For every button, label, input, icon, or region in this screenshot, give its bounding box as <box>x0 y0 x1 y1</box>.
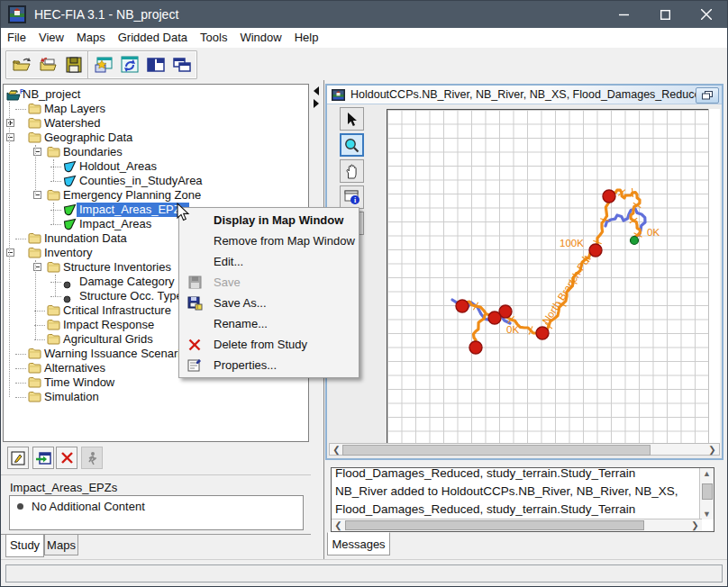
tree-label[interactable]: Time Window <box>44 375 114 390</box>
run-button <box>81 447 103 469</box>
context-item-edit-[interactable]: Edit... <box>179 251 359 272</box>
zoom-tool-button[interactable] <box>340 133 364 157</box>
info-tool-button[interactable]: i <box>340 185 364 209</box>
tree-label[interactable]: Counties_in_StudyArea <box>79 174 203 188</box>
scroll-up-icon[interactable]: ▲ <box>700 468 714 479</box>
menu-window[interactable]: Window <box>233 28 287 48</box>
tree-row-simulation[interactable]: Simulation <box>4 390 308 404</box>
collapse-left-icon[interactable] <box>314 86 319 95</box>
map-window-icon <box>332 89 345 101</box>
maximize-button[interactable] <box>644 1 686 28</box>
save-study-button[interactable] <box>61 53 86 77</box>
context-item-rename-[interactable]: Rename... <box>179 313 359 334</box>
open-study-button[interactable] <box>35 53 59 77</box>
tree-row-boundaries[interactable]: Boundaries <box>4 145 308 159</box>
minimize-button[interactable] <box>603 1 644 28</box>
tree-label[interactable]: Holdout_Areas <box>79 159 157 174</box>
messages-box[interactable]: Flood_Damages_Reduced, study_terrain.Stu… <box>331 467 714 532</box>
tile-windows-button[interactable] <box>143 53 168 77</box>
edit-content-button[interactable] <box>7 447 29 469</box>
map-vertical-scrollbar[interactable] <box>708 109 720 444</box>
tab-messages[interactable]: Messages <box>327 532 390 555</box>
tree-connector <box>34 339 45 340</box>
tree-label[interactable]: Geographic Data <box>44 131 132 145</box>
messages-hscroll-thumb[interactable] <box>345 520 644 530</box>
tree-label[interactable]: Inundation Data <box>44 231 127 246</box>
folder-icon <box>28 117 41 130</box>
scroll-right-icon[interactable]: ❯ <box>706 444 718 455</box>
cascade-windows-button[interactable] <box>169 53 194 77</box>
menu-gridded-data[interactable]: Gridded Data <box>112 28 194 48</box>
scroll-left-icon[interactable]: ❮ <box>332 519 344 530</box>
tree-row-map-layers[interactable]: Map Layers <box>4 102 308 116</box>
menu-maps[interactable]: Maps <box>70 28 112 48</box>
impact-point-marker <box>589 244 602 257</box>
map-restore-button[interactable] <box>696 87 719 104</box>
add-to-map-button[interactable] <box>32 447 54 469</box>
tab-maps[interactable]: Maps <box>44 534 78 555</box>
context-item-remove-from-map-window[interactable]: Remove from Map Window <box>179 230 359 251</box>
map-canvas[interactable]: 100K0K0KNorth Branch Pot <box>387 109 713 444</box>
poly-cyan-icon <box>63 175 77 187</box>
tab-study[interactable]: Study <box>5 535 44 557</box>
collapse-right-icon[interactable] <box>314 99 319 108</box>
tree-label[interactable]: Critical Infrastructure <box>63 303 171 318</box>
tree-label[interactable]: Warning Issuance Scenarios <box>44 347 193 361</box>
collapse-icon[interactable] <box>6 133 14 141</box>
tree-label[interactable]: Simulation <box>44 390 99 404</box>
menu-help[interactable]: Help <box>288 28 325 48</box>
context-item-delete-from-study[interactable]: Delete from Study <box>179 334 359 355</box>
scroll-left-icon[interactable]: ❮ <box>331 444 342 455</box>
impact-point-marker <box>603 190 615 203</box>
tree-label[interactable]: Boundaries <box>63 145 123 159</box>
tree-label[interactable]: Emergency Planning Zone <box>63 188 201 203</box>
menu-file[interactable]: File <box>1 28 32 48</box>
tree-connector <box>15 354 26 355</box>
tree-label[interactable]: Impact Response <box>63 318 154 332</box>
map-hscroll-thumb[interactable] <box>342 445 651 456</box>
map-window-titlebar[interactable]: HoldoutCCPs.NB_River, NB_River, NB_XS, F… <box>327 86 722 104</box>
tree-row-watershed[interactable]: Watershed <box>4 116 308 131</box>
tree-row-holdout-areas[interactable]: Holdout_Areas <box>4 159 308 174</box>
tree-label[interactable]: NB_project <box>23 87 80 102</box>
map-window[interactable]: HoldoutCCPs.NB_River, NB_River, NB_XS, F… <box>325 84 723 460</box>
tree-label[interactable]: Inventory <box>44 246 92 260</box>
tree-label[interactable]: Structure Occ. Types <box>79 289 188 303</box>
tree-label[interactable]: Impact_Areas_EPZs <box>77 203 189 217</box>
scroll-right-icon[interactable]: ❯ <box>689 519 701 530</box>
tree-label[interactable]: Structure Inventories <box>63 260 171 275</box>
tree-label[interactable]: Impact_Areas <box>79 217 151 231</box>
tree-row-emergency-planning-zone[interactable]: Emergency Planning Zone <box>4 188 308 203</box>
select-tool-button[interactable] <box>340 107 364 131</box>
menu-tools[interactable]: Tools <box>194 28 233 48</box>
tree-row-counties-in-studyarea[interactable]: Counties_in_StudyArea <box>4 174 308 188</box>
tree-label[interactable]: Watershed <box>44 116 100 131</box>
menu-view[interactable]: View <box>32 28 70 48</box>
context-item-display-in-map-window[interactable]: Display in Map Window <box>179 210 359 230</box>
tree-label[interactable]: Damage Category <box>79 275 175 289</box>
close-button[interactable] <box>686 1 727 28</box>
messages-vscroll[interactable]: ▲ ▼ <box>699 468 714 519</box>
tree-row-geographic-data[interactable]: Geographic Data <box>4 131 308 145</box>
tree-label[interactable]: Map Layers <box>44 102 105 116</box>
tree-label[interactable]: Agricultural Grids <box>63 332 153 347</box>
delete-button[interactable] <box>56 447 77 469</box>
context-item-save-as-[interactable]: ISave As... <box>179 293 359 313</box>
new-map-window-button[interactable] <box>91 53 115 77</box>
pan-tool-button[interactable] <box>340 159 364 183</box>
message-line: NB_River added to HoldoutCCPs.NB_River, … <box>335 483 699 501</box>
tree-label[interactable]: Alternatives <box>44 361 105 375</box>
tree-row-nb-project[interactable]: PNB_project <box>4 87 308 102</box>
context-item-properties-[interactable]: Properties... <box>179 355 359 375</box>
collapse-icon[interactable] <box>6 248 14 257</box>
open-folder-button[interactable] <box>9 53 33 77</box>
map-horizontal-scrollbar[interactable]: ❮ ❯ <box>329 443 720 456</box>
poly-green-icon <box>63 218 77 230</box>
messages-hscroll[interactable]: ❮ ❯ <box>332 519 702 531</box>
refresh-maps-button[interactable] <box>117 53 141 77</box>
folder-icon <box>28 232 41 245</box>
title-bar[interactable]: HEC-FIA 3.1 - NB_project <box>1 1 727 28</box>
messages-vscroll-thumb[interactable] <box>702 483 713 500</box>
expand-icon[interactable] <box>6 119 14 127</box>
scroll-down-icon[interactable]: ▼ <box>700 509 714 519</box>
